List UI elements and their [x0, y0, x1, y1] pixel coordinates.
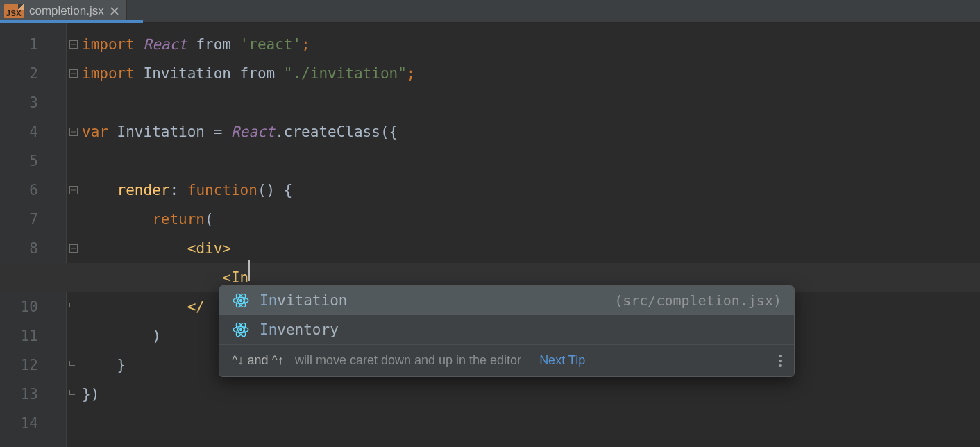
- more-icon[interactable]: [779, 355, 782, 367]
- line-number: 13: [0, 380, 66, 409]
- completion-label: Invitation: [260, 292, 347, 309]
- hint-text: will move caret down and up in the edito…: [295, 353, 521, 368]
- jsx-file-icon: JSX: [4, 4, 24, 18]
- svg-point-4: [239, 328, 242, 331]
- line-number: 7: [0, 205, 66, 234]
- line-number: 12: [0, 351, 66, 380]
- line-number: 1: [0, 30, 66, 59]
- editor[interactable]: 1 2 3 4 5 6 7 8 9 10 11 12 13 14 import …: [0, 23, 980, 447]
- completion-popup: Invitation (src/completion.jsx) Inventor…: [219, 285, 795, 377]
- completion-item[interactable]: Invitation (src/completion.jsx): [219, 286, 794, 315]
- completion-footer: ^↓ and ^↑ will move caret down and up in…: [219, 344, 794, 376]
- hint-keys: ^↓ and ^↑: [232, 353, 284, 368]
- completion-label: Inventory: [260, 321, 339, 338]
- next-tip-link[interactable]: Next Tip: [539, 353, 585, 368]
- react-icon: [232, 292, 250, 310]
- line-number: 5: [0, 146, 66, 176]
- line-number: 8: [0, 234, 66, 263]
- close-icon[interactable]: [110, 6, 119, 16]
- line-number: 14: [0, 409, 66, 438]
- tab-bar: JSX completion.jsx: [0, 0, 980, 23]
- tab-completion-jsx[interactable]: JSX completion.jsx: [0, 0, 127, 22]
- tab-filename: completion.jsx: [29, 4, 104, 18]
- line-number: 4: [0, 117, 66, 146]
- line-number: 2: [0, 59, 66, 88]
- svg-point-0: [239, 299, 242, 302]
- completion-hint: (src/completion.jsx): [614, 292, 782, 309]
- line-number: 11: [0, 321, 66, 351]
- line-number: 10: [0, 292, 66, 321]
- completion-item[interactable]: Inventory: [219, 315, 794, 344]
- line-number: 6: [0, 176, 66, 205]
- gutter: 1 2 3 4 5 6 7 8 9 10 11 12 13 14: [0, 23, 67, 447]
- code-area[interactable]: import React from 'react'; import Invita…: [67, 23, 980, 447]
- line-number: 3: [0, 88, 66, 117]
- react-icon: [232, 321, 250, 339]
